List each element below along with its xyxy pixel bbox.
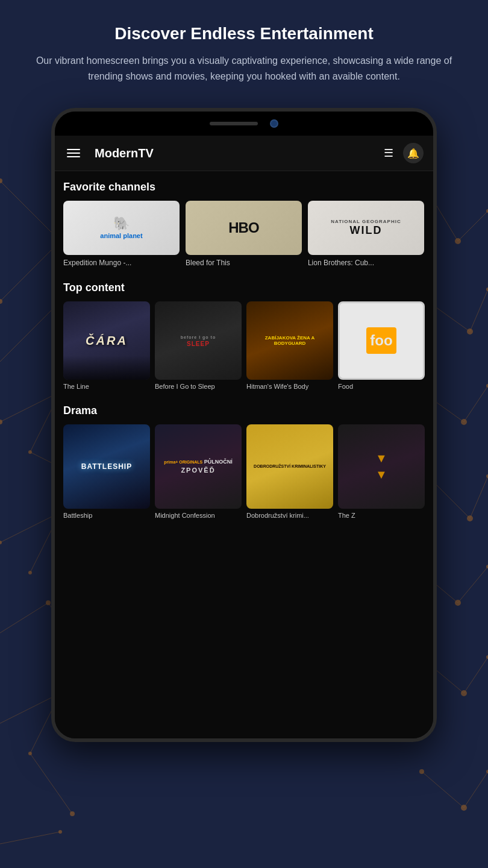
drama-row: BATTLESHIP Battleship prima+ ORIGINALS P… [63,424,425,519]
content-item-before-sleep[interactable]: before I go to SLEEP Before I Go to Slee… [155,301,242,390]
favorites-section: Favorite channels 🐘 animal planet Expedi… [55,171,433,272]
app-title: ModernTV [95,146,381,160]
content-item-food[interactable]: foo Food [338,301,425,390]
drama-name-the-z: The Z [338,512,425,519]
poster-food: foo [338,301,425,380]
poster-midnight: prima+ ORIGINALS PŮLNOČNÍ ZPOVĚĎ [155,424,242,509]
the-z-arrows: ▼ ▼ [375,451,387,482]
natgeo-logo: NATIONAL GEOGRAPHIC WILD [331,219,401,237]
phone-mockup: ModernTV ☰ 🔔 Favorite channels [0,108,488,742]
channels-row: 🐘 animal planet Expedition Mungo -... HB… [63,201,425,267]
hamburger-menu[interactable] [64,146,83,160]
poster-the-z: ▼ ▼ [338,424,425,509]
bell-icon: 🔔 [407,148,419,159]
top-content-row: ČÁRA The Line before I go to SLEEP [63,301,425,390]
app-screen: ModernTV ☰ 🔔 Favorite channels [55,136,433,738]
channel-name-animal: Expedition Mungo -... [63,259,180,267]
svg-line-29 [464,772,488,808]
hitman-text: ZABÍJAKOVA ŽENA A BODYGUARD [246,333,333,348]
svg-point-48 [58,830,62,834]
animal-planet-logo: 🐘 animal planet [100,216,142,240]
phone-camera [270,119,278,128]
phone-speaker [210,122,258,125]
cara-title-text: ČÁRA [86,334,128,348]
content-name-food: Food [338,383,425,390]
content-name-hitman: Hitman's Wife's Body [246,383,333,390]
drama-title: Drama [63,404,425,417]
midnight-text: prima+ ORIGINALS PŮLNOČNÍ ZPOVĚĎ [164,459,233,474]
content-name-before: Before I Go to Sleep [155,383,242,390]
channel-item-hbo[interactable]: HBO Bleed for This [186,201,302,267]
bottom-spacer [55,524,433,542]
phone-frame: ModernTV ☰ 🔔 Favorite channels [51,108,437,742]
channel-thumb-animal: 🐘 animal planet [63,201,180,255]
content-item-cara[interactable]: ČÁRA The Line [63,301,150,390]
channel-thumb-natgeo: NATIONAL GEOGRAPHIC WILD [308,201,424,255]
poster-battleship: BATTLESHIP [63,424,150,509]
drama-section: Drama BATTLESHIP Battleship [55,395,433,524]
svg-line-15 [0,832,60,844]
poster-cara: ČÁRA [63,301,150,380]
drama-item-battleship[interactable]: BATTLESHIP Battleship [63,424,150,519]
phone-notch [55,112,433,136]
poster-hitman: ZABÍJAKOVA ŽENA A BODYGUARD [246,301,333,380]
favorites-title: Favorite channels [63,181,425,193]
drama-name-midnight: Midnight Confession [155,512,242,519]
top-content-section: Top content ČÁRA The Line [55,272,433,395]
drama-item-the-z[interactable]: ▼ ▼ The Z [338,424,425,519]
header-icons: ☰ 🔔 [381,143,424,163]
notification-button[interactable]: 🔔 [403,143,424,163]
poster-before-sleep: before I go to SLEEP [155,301,242,380]
page-title: Discover Endless Entertainment [18,24,470,43]
dobrodruzstvi-text: DOBRODRUŽSTVÍ KRIMINALISTIKY [254,464,326,469]
app-header: ModernTV ☰ 🔔 [55,136,433,171]
top-content-title: Top content [63,281,425,294]
poster-dobrodruzstvi: DOBRODRUŽSTVÍ KRIMINALISTIKY [246,424,333,509]
drama-name-dobrodruzstvi: Dobrodružství krimi... [246,512,333,519]
battleship-text: BATTLESHIP [81,462,132,471]
content-item-hitman[interactable]: ZABÍJAKOVA ŽENA A BODYGUARD Hitman's Wif… [246,301,333,390]
svg-point-46 [28,752,32,755]
queue-icon[interactable]: ☰ [381,144,396,162]
channel-item-natgeo[interactable]: NATIONAL GEOGRAPHIC WILD Lion Brothers: … [308,201,424,267]
channel-thumb-hbo: HBO [186,201,302,255]
svg-point-47 [70,811,75,816]
page-subtitle: Our vibrant homescreen brings you a visu… [18,53,470,84]
channel-name-hbo: Bleed for This [186,259,302,267]
svg-line-28 [422,772,464,808]
svg-line-14 [30,753,72,814]
channel-item-animal-planet[interactable]: 🐘 animal planet Expedition Mungo -... [63,201,180,267]
food-text: foo [366,327,396,354]
drama-name-battleship: Battleship [63,512,150,519]
before-sleep-text: before I go to SLEEP [181,333,216,348]
hbo-logo: HBO [228,219,258,236]
drama-item-dobrodruzstvi[interactable]: DOBRODRUŽSTVÍ KRIMINALISTIKY Dobrodružst… [246,424,333,519]
header-section: Discover Endless Entertainment Our vibra… [0,0,488,102]
content-name-cara: The Line [63,383,150,390]
svg-point-67 [419,769,424,774]
svg-point-68 [461,805,467,811]
channel-name-natgeo: Lion Brothers: Cub... [308,259,424,267]
drama-item-midnight[interactable]: prima+ ORIGINALS PŮLNOČNÍ ZPOVĚĎ Midnigh… [155,424,242,519]
